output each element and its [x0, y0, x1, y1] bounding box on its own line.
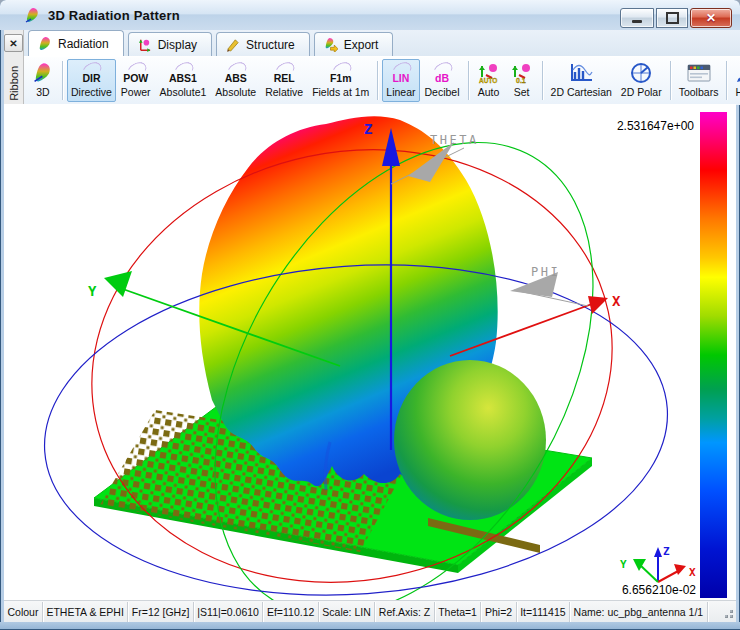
- status-scale: Scale: LIN: [319, 602, 375, 622]
- colorbar: 2.531647e+00 6.656210e-02: [617, 112, 727, 598]
- toolbar-button-label: Power: [121, 85, 151, 99]
- 2d-cartesian-icon: [568, 61, 594, 85]
- close-icon: ✕: [706, 12, 716, 24]
- lobe-arc-icon: [125, 59, 149, 81]
- toolbar-separator: [726, 61, 727, 100]
- tab-label: Radiation: [58, 37, 109, 51]
- toolbar-button-fields-at-1m[interactable]: F1m Fields at 1m: [308, 59, 373, 102]
- toolbar-button-3d[interactable]: 3D: [28, 59, 58, 102]
- toolbar-button-power[interactable]: POW Power: [117, 59, 155, 102]
- toolbar-button-label: Linear: [386, 85, 415, 99]
- maximize-button[interactable]: [656, 8, 688, 28]
- radiation-pattern-scene: Z Y X THETA PHI: [4, 104, 736, 600]
- 3d-pattern-icon: [32, 61, 54, 85]
- y-axis-label: Y: [88, 283, 97, 299]
- status-ref-axis: Ref.Axis: Z: [375, 602, 434, 622]
- lobe-arc-icon: [273, 59, 297, 81]
- toolbar-button-set[interactable]: 0.1 Set: [506, 59, 538, 102]
- status-colour-label: Colour: [4, 602, 43, 622]
- mini-x-label: X: [689, 566, 696, 579]
- toolbar-button-auto[interactable]: AUTO Auto: [473, 59, 505, 102]
- resize-grip-icon[interactable]: [721, 606, 733, 618]
- button-acronym: DIR: [82, 71, 100, 85]
- ribbon: ✕ Ribbon Radiation Display Structure: [4, 30, 736, 104]
- toolbar-button-label: Directive: [71, 85, 112, 99]
- mini-y-label: Y: [620, 558, 627, 571]
- tab-export[interactable]: Export: [314, 32, 394, 56]
- minimize-button[interactable]: [620, 8, 654, 28]
- z-axis-label: Z: [364, 121, 372, 137]
- button-acronym: F1m: [330, 71, 352, 85]
- status-theta-step: Theta=1: [435, 602, 482, 622]
- lobe-arc-icon: [390, 59, 414, 81]
- tab-label: Display: [158, 38, 197, 52]
- help-icon: ?: [735, 61, 740, 85]
- button-acronym: POW: [123, 71, 148, 85]
- status-iterations: It=111415: [517, 602, 570, 622]
- tab-radiation[interactable]: Radiation: [28, 30, 124, 56]
- toolbar-button-help[interactable]: ? Help: [731, 59, 740, 102]
- toolbar-separator: [62, 61, 63, 100]
- ribbon-side-panel: ✕ Ribbon: [4, 30, 24, 104]
- toolbar-button-label: Fields at 1m: [312, 85, 369, 99]
- toolbar-button-label: Help: [736, 85, 740, 99]
- maximize-icon: [666, 12, 679, 24]
- button-acronym: ABS1: [169, 71, 197, 85]
- status-frequency: Fr=12 [GHz]: [128, 602, 193, 622]
- toolbar-button-label: Toolbars: [679, 85, 719, 99]
- button-acronym: LIN: [392, 71, 409, 85]
- svg-text:AUTO: AUTO: [479, 77, 497, 84]
- 3d-viewport[interactable]: Z Y X THETA PHI: [4, 104, 736, 600]
- toolbar-button-label: 3D: [36, 85, 49, 99]
- display-tab-icon: [137, 37, 152, 52]
- mini-z-label: Z: [663, 545, 670, 558]
- toolbar-button-2d-polar[interactable]: 2D Polar: [617, 59, 666, 102]
- x-axis-label: X: [612, 293, 621, 309]
- toolbar-button-directive[interactable]: DIR Directive: [67, 59, 116, 102]
- phi-label: PHI: [531, 265, 560, 279]
- colorbar-min-value: 6.656210e-02: [622, 583, 696, 597]
- titlebar[interactable]: 3D Radiation Pattern ✕: [0, 0, 740, 30]
- toolbar-button-label: Auto: [478, 85, 500, 99]
- window-frame: [0, 622, 740, 630]
- minimize-icon: [632, 20, 642, 23]
- toolbar-button-decibel[interactable]: dB Decibel: [421, 59, 464, 102]
- toolbar-button-toolbars[interactable]: Toolbars: [675, 59, 723, 102]
- tab-display[interactable]: Display: [128, 32, 212, 56]
- close-button[interactable]: ✕: [690, 8, 732, 28]
- colorbar-max-value: 2.531647e+00: [617, 119, 694, 133]
- status-bar: Colour ETHETA & EPHI Fr=12 [GHz] |S11|=0…: [4, 600, 736, 623]
- toolbar-button-label: Absolute1: [160, 85, 207, 99]
- toolbar-button-label: Set: [514, 85, 530, 99]
- toolbar-separator: [377, 61, 378, 100]
- toolbar-button-absolute1[interactable]: ABS1 Absolute1: [156, 59, 211, 102]
- ribbon-close-button[interactable]: ✕: [4, 34, 23, 52]
- toolbar-button-label: Absolute: [215, 85, 256, 99]
- toolbar-button-linear[interactable]: LIN Linear: [382, 59, 419, 102]
- lobe-arc-icon: [80, 59, 104, 81]
- tab-structure[interactable]: Structure: [216, 32, 310, 56]
- toolbar-button-label: 2D Polar: [621, 85, 662, 99]
- ribbon-panel-label: Ribbon: [8, 66, 20, 101]
- status-efficiency: Ef=110.12: [263, 602, 318, 622]
- toolbar-button-absolute[interactable]: ABS Absolute: [211, 59, 260, 102]
- toolbar-button-label: Decibel: [425, 85, 460, 99]
- button-acronym: ABS: [225, 71, 247, 85]
- toolbar: 3D DIR Directive POW Power ABS1 Absolute…: [24, 56, 740, 105]
- toolbar-button-relative[interactable]: REL Relative: [261, 59, 307, 102]
- window-title: 3D Radiation Pattern: [48, 8, 180, 23]
- radiation-tab-icon: [37, 36, 52, 51]
- mini-axes-indicator: Z X Y: [620, 545, 696, 582]
- toolbar-separator: [670, 61, 671, 100]
- lobe-arc-icon: [225, 59, 249, 81]
- toolbar-button-2d-cartesian[interactable]: 2D Cartesian: [547, 59, 616, 102]
- tab-label: Structure: [246, 38, 295, 52]
- lobe-arc-icon: [431, 59, 455, 81]
- status-phi-step: Phi=2: [481, 602, 516, 622]
- export-tab-icon: [323, 37, 338, 52]
- structure-tab-icon: [225, 37, 240, 52]
- status-field-components: ETHETA & EPHI: [43, 602, 128, 622]
- theta-label: THETA: [430, 133, 479, 147]
- app-icon: [24, 7, 41, 24]
- 2d-polar-icon: [629, 61, 653, 85]
